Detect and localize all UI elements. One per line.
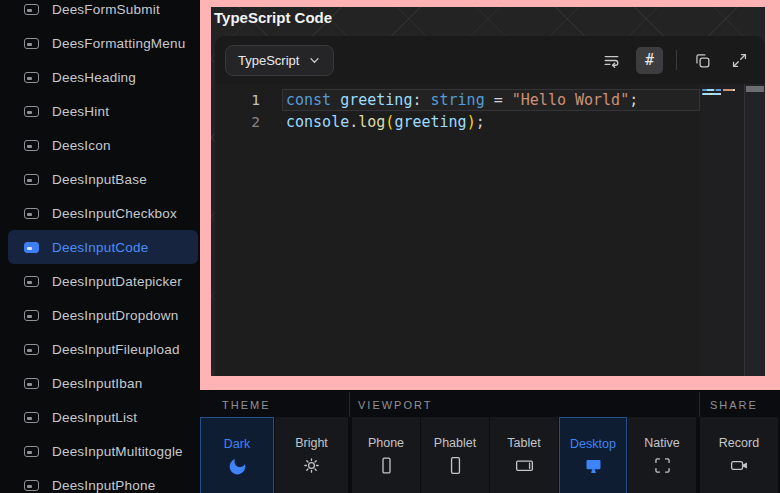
- option-dark[interactable]: Dark: [200, 417, 274, 493]
- toolbar-group-theme: DarkBright: [200, 417, 348, 493]
- option-phablet[interactable]: Phablet: [421, 417, 489, 493]
- sidebar-item-deesheading[interactable]: DeesHeading: [8, 60, 198, 94]
- component-icon: [24, 310, 39, 321]
- sidebar-item-deesinputdropdown[interactable]: DeesInputDropdown: [8, 298, 198, 332]
- sidebar-item-deesformattingmenu[interactable]: DeesFormattingMenu: [8, 26, 198, 60]
- option-record[interactable]: Record: [700, 417, 778, 493]
- code-line[interactable]: 2console.log(greeting);: [215, 111, 700, 133]
- component-icon: [24, 344, 39, 355]
- component-icon: [24, 480, 39, 491]
- sidebar-item-deesinputcheckbox[interactable]: DeesInputCheckbox: [8, 196, 198, 230]
- code-token-plain: [421, 91, 430, 109]
- option-label: Native: [644, 436, 679, 450]
- phone-icon: [376, 455, 397, 476]
- sidebar-item-label: DeesFormattingMenu: [52, 36, 185, 51]
- code-token-variable: console: [286, 113, 349, 131]
- sidebar-item-deesinputbase[interactable]: DeesInputBase: [8, 162, 198, 196]
- sun-icon: [301, 455, 322, 476]
- word-wrap-icon: [602, 51, 621, 70]
- word-wrap-button[interactable]: [599, 48, 623, 72]
- code-token-string: "Hello World": [512, 91, 629, 109]
- sidebar-item-label: DeesInputCode: [52, 240, 148, 255]
- minimap-line: [702, 93, 728, 95]
- toolbar-divider: [676, 50, 677, 70]
- component-icon: [24, 140, 39, 151]
- line-number: 1: [215, 89, 260, 111]
- component-icon: [24, 208, 39, 219]
- share-section-label: SHARE: [710, 399, 758, 411]
- option-native[interactable]: Native: [628, 417, 696, 493]
- component-icon: [24, 446, 39, 457]
- sidebar-item-label: DeesInputPhone: [52, 478, 155, 493]
- code-token-keyword: const: [286, 91, 331, 109]
- viewport-section-label: VIEWPORT: [358, 399, 432, 411]
- option-label: Record: [719, 436, 759, 450]
- component-icon: [24, 38, 39, 49]
- demo-title: TypeScript Code: [214, 9, 332, 26]
- copy-icon: [693, 51, 712, 70]
- code-line-content: const greeting: string = "Hello World";: [282, 89, 700, 111]
- component-icon: [24, 242, 39, 253]
- line-number: 2: [215, 111, 260, 133]
- option-label: Desktop: [570, 437, 616, 451]
- sidebar-item-deesinputphone[interactable]: DeesInputPhone: [8, 468, 198, 493]
- demo-canvas: TypeScript Code TypeScript: [211, 7, 765, 376]
- component-icon: [24, 4, 39, 15]
- code-line[interactable]: 1const greeting: string = "Hello World";: [215, 89, 700, 111]
- phablet-icon: [445, 455, 466, 476]
- option-phone[interactable]: Phone: [352, 417, 420, 493]
- desktop-icon: [583, 456, 604, 477]
- sidebar-item-label: DeesInputCheckbox: [52, 206, 177, 221]
- code-area[interactable]: 1const greeting: string = "Hello World";…: [215, 84, 765, 376]
- minimap-line: [702, 89, 739, 91]
- scrollbar[interactable]: [744, 84, 765, 376]
- sidebar-item-deesinputcode[interactable]: DeesInputCode: [8, 230, 198, 264]
- sidebar-item-label: DeesInputDatepicker: [52, 274, 182, 289]
- sidebar-item-deesinputdatepicker[interactable]: DeesInputDatepicker: [8, 264, 198, 298]
- toolbar-cells: DarkBrightPhonePhabletTabletDesktopNativ…: [200, 417, 778, 493]
- component-icon: [24, 378, 39, 389]
- expand-button[interactable]: [727, 48, 751, 72]
- sidebar-item-label: DeesHeading: [52, 70, 136, 85]
- code-token-keyword: string: [431, 91, 485, 109]
- copy-button[interactable]: [690, 48, 714, 72]
- sidebar-item-deesicon[interactable]: DeesIcon: [8, 128, 198, 162]
- app: DeesFormSubmitDeesFormattingMenuDeesHead…: [0, 0, 780, 493]
- code-token-plain: .: [349, 113, 358, 131]
- properties-toolbar: THEME VIEWPORT SHARE DarkBrightPhonePhab…: [200, 392, 780, 493]
- code-token-plain: [331, 91, 340, 109]
- sidebar: DeesFormSubmitDeesFormattingMenuDeesHead…: [0, 0, 200, 493]
- sidebar-item-deesinputiban[interactable]: DeesInputIban: [8, 366, 198, 400]
- option-desktop[interactable]: Desktop: [559, 417, 627, 493]
- sidebar-item-label: DeesInputMultitoggle: [52, 444, 183, 459]
- sidebar-item-deesformsubmit[interactable]: DeesFormSubmit: [8, 0, 198, 26]
- code-editor: TypeScript #: [215, 36, 765, 376]
- moon-icon: [227, 456, 248, 477]
- option-label: Phone: [368, 436, 404, 450]
- toolbar-group-share: Record: [700, 417, 778, 493]
- option-label: Dark: [224, 437, 250, 451]
- option-label: Tablet: [507, 436, 540, 450]
- language-dropdown[interactable]: TypeScript: [225, 45, 334, 76]
- code-line-content: console.log(greeting);: [282, 111, 700, 133]
- sidebar-item-label: DeesInputFileupload: [52, 342, 180, 357]
- option-tablet[interactable]: Tablet: [490, 417, 558, 493]
- sidebar-item-deeshint[interactable]: DeesHint: [8, 94, 198, 128]
- sidebar-item-deesinputmultitoggle[interactable]: DeesInputMultitoggle: [8, 434, 198, 468]
- sidebar-item-label: DeesHint: [52, 104, 109, 119]
- sidebar-item-deesinputfileupload[interactable]: DeesInputFileupload: [8, 332, 198, 366]
- line-numbers-button[interactable]: #: [636, 47, 663, 74]
- code-token-function: log: [358, 113, 385, 131]
- toolbar-header: THEME VIEWPORT SHARE: [200, 392, 780, 417]
- sidebar-item-deesinputlist[interactable]: DeesInputList: [8, 400, 198, 434]
- code-token-plain: =: [485, 91, 512, 109]
- code-token-variable: greeting: [340, 91, 412, 109]
- code-lines: 1const greeting: string = "Hello World";…: [215, 84, 700, 133]
- scrollbar-thumb[interactable]: [746, 86, 764, 92]
- language-dropdown-label: TypeScript: [238, 53, 299, 68]
- option-bright[interactable]: Bright: [275, 417, 348, 493]
- code-token-plain: ;: [629, 91, 638, 109]
- component-icon: [24, 276, 39, 287]
- minimap[interactable]: [700, 84, 745, 376]
- code-token-bracket: ): [467, 113, 476, 131]
